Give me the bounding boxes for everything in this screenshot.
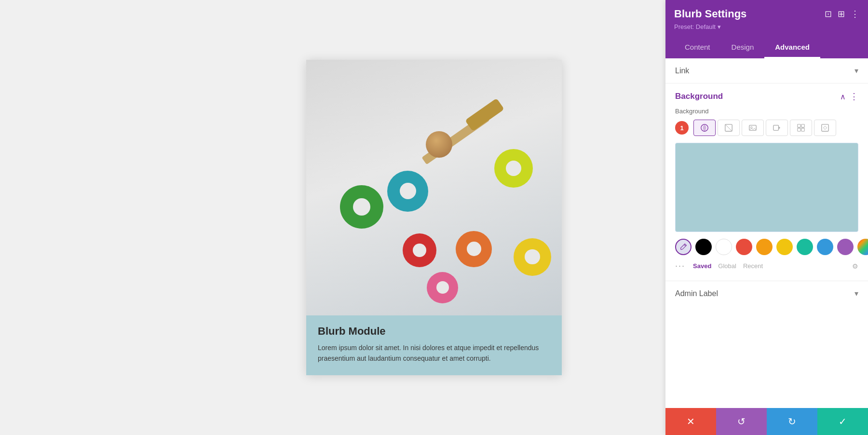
panel-header-top: Blurb Settings ⊡ ⊞ ⋮ (674, 8, 859, 20)
svg-rect-9 (801, 128, 804, 131)
admin-label-section[interactable]: Admin Label ▾ (665, 281, 868, 306)
background-title: Background (675, 92, 723, 101)
swatch-purple[interactable] (837, 239, 854, 255)
ring-teal (387, 171, 428, 212)
bg-type-mask-btn[interactable] (814, 120, 836, 136)
color-tab-recent[interactable]: Recent (741, 261, 765, 271)
resize-icon[interactable]: ⊡ (825, 9, 832, 19)
panel-title: Blurb Settings (674, 8, 746, 20)
panel-tabs: Content Design Advanced (674, 37, 859, 58)
blurb-image (306, 60, 562, 315)
toy-hammer-head (465, 98, 504, 131)
bg-type-image-btn[interactable] (742, 120, 764, 136)
background-section: Background ∧ ⋮ Background 1 (665, 83, 868, 281)
color-tab-saved[interactable]: Saved (691, 261, 713, 271)
toy-ball (426, 131, 452, 158)
panel-footer: ✕ ↺ ↻ ✓ (665, 408, 868, 435)
cancel-button[interactable]: ✕ (665, 408, 716, 435)
panel-body: Link ▾ Background ∧ ⋮ Background 1 (665, 58, 868, 408)
ring-orange (456, 231, 492, 267)
swatch-black[interactable] (695, 239, 712, 255)
swatch-white[interactable] (716, 239, 732, 255)
bg-type-color-btn[interactable] (693, 120, 716, 136)
swatch-orange[interactable] (756, 239, 773, 255)
color-tabs-row: ··· Saved Global Recent ⚙ (675, 261, 858, 271)
svg-marker-5 (779, 126, 781, 129)
blurb-title: Blurb Module (318, 325, 550, 338)
background-header: Background ∧ ⋮ (675, 83, 858, 108)
blurb-card: Blurb Module Lorem ipsum dolor sit amet.… (306, 60, 562, 376)
ring-red (403, 233, 436, 267)
background-collapse-icon[interactable]: ∧ (840, 92, 846, 101)
color-settings-gear-icon[interactable]: ⚙ (852, 262, 858, 270)
admin-label-chevron: ▾ (854, 289, 858, 298)
color-swatches-row (675, 239, 858, 255)
background-more-icon[interactable]: ⋮ (850, 91, 858, 102)
swatch-blue[interactable] (817, 239, 833, 255)
bg-type-video-btn[interactable] (766, 120, 788, 136)
redo-button[interactable]: ↻ (767, 408, 817, 435)
tab-advanced[interactable]: Advanced (764, 37, 820, 58)
bg-type-pattern-btn[interactable] (790, 120, 812, 136)
background-label: Background (675, 108, 858, 115)
blurb-image-background (306, 60, 562, 315)
link-section[interactable]: Link ▾ (665, 58, 868, 83)
settings-panel: Blurb Settings ⊡ ⊞ ⋮ Preset: Default ▾ C… (665, 0, 868, 435)
swatch-gradient[interactable] (857, 239, 868, 255)
color-dots[interactable]: ··· (675, 261, 685, 271)
blurb-content: Blurb Module Lorem ipsum dolor sit amet.… (306, 315, 562, 376)
svg-rect-8 (798, 128, 800, 131)
ring-pink (427, 272, 458, 303)
ring-green (340, 185, 383, 229)
ring-yellow-green (494, 149, 533, 188)
svg-rect-10 (822, 124, 828, 131)
ring-yellow (514, 238, 551, 276)
svg-rect-4 (773, 125, 779, 131)
panel-preset[interactable]: Preset: Default ▾ (674, 23, 859, 30)
swatch-teal[interactable] (797, 239, 813, 255)
swatch-yellow[interactable] (776, 239, 793, 255)
background-badge: 1 (675, 121, 689, 135)
tab-design[interactable]: Design (721, 37, 765, 58)
bg-type-row: 1 (675, 120, 858, 136)
link-label: Link (675, 67, 689, 75)
admin-label-text: Admin Label (675, 289, 718, 298)
undo-button[interactable]: ↺ (716, 408, 767, 435)
background-color-preview[interactable] (675, 143, 858, 232)
panel-header-icons: ⊡ ⊞ ⋮ (825, 9, 859, 19)
link-chevron: ▾ (854, 66, 858, 75)
preset-label: Preset: Default (674, 23, 716, 30)
color-tab-global[interactable]: Global (716, 261, 738, 271)
svg-rect-6 (798, 124, 800, 127)
blurb-body: Lorem ipsum dolor sit amet. In nisi dolo… (318, 342, 550, 364)
eyedropper-swatch[interactable] (675, 239, 692, 255)
panel-header: Blurb Settings ⊡ ⊞ ⋮ Preset: Default ▾ C… (665, 0, 868, 58)
preset-arrow: ▾ (718, 23, 721, 30)
save-button[interactable]: ✓ (817, 408, 868, 435)
svg-rect-7 (801, 124, 804, 127)
swatch-red[interactable] (736, 239, 752, 255)
more-icon[interactable]: ⋮ (851, 9, 859, 19)
columns-icon[interactable]: ⊞ (838, 9, 845, 19)
bg-type-gradient-btn[interactable] (718, 120, 740, 136)
background-header-right: ∧ ⋮ (840, 91, 858, 102)
tab-content[interactable]: Content (674, 37, 721, 58)
